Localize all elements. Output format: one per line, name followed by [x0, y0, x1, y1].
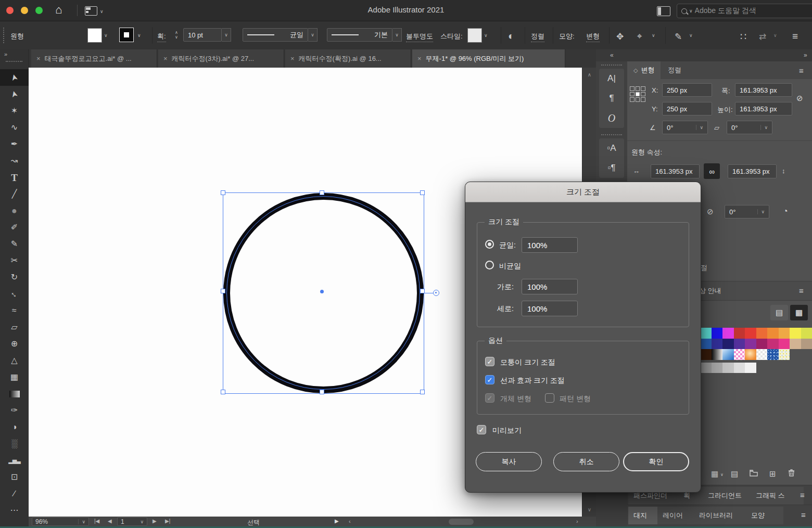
- chevron-down-icon[interactable]: ∨: [104, 33, 108, 38]
- unlink-angle-icon[interactable]: ⊘: [707, 207, 714, 216]
- paragraph-styles-panel-icon[interactable]: ▫¶: [599, 158, 624, 178]
- swatch[interactable]: [767, 339, 779, 350]
- swatch[interactable]: [779, 349, 790, 360]
- column-graph-tool[interactable]: ▂▅▃: [0, 452, 29, 469]
- swatch[interactable]: [722, 349, 734, 360]
- rotate-tool[interactable]: ↻: [0, 269, 29, 286]
- selection-handle-w[interactable]: [221, 289, 225, 293]
- tab-libraries[interactable]: 라이브러리: [694, 507, 753, 524]
- scroll-left-icon[interactable]: ‹: [349, 518, 351, 524]
- unlink-proportions-icon[interactable]: ⊘: [796, 94, 803, 103]
- next-artboard-icon[interactable]: ▶: [153, 518, 157, 524]
- horizontal-scrollbar-thumb[interactable]: [449, 519, 474, 525]
- control-bar-menu-icon[interactable]: ≡: [792, 31, 798, 42]
- panel-menu-icon[interactable]: ≡: [800, 491, 805, 499]
- uniform-label[interactable]: 균일:: [499, 241, 516, 250]
- share-document-icon[interactable]: ⇄: [759, 31, 766, 42]
- scale-corners-checkbox[interactable]: ✓: [485, 357, 494, 366]
- tab-align[interactable]: 정렬: [662, 61, 688, 79]
- grid-view-button[interactable]: ▦: [790, 305, 808, 320]
- swatch[interactable]: [790, 328, 801, 339]
- swatch[interactable]: [745, 363, 756, 374]
- ellipse-width-field[interactable]: 161.3953 px: [651, 164, 700, 178]
- fill-color-swatch[interactable]: [87, 28, 102, 43]
- curvature-tool[interactable]: ↝: [0, 152, 29, 169]
- artboard-number-field[interactable]: 1 ∨: [117, 517, 147, 526]
- selection-handle-sw[interactable]: [221, 390, 225, 394]
- eyedropper-tool[interactable]: ✑: [0, 402, 29, 419]
- scale-strokes-label[interactable]: 선과 효과 크기 조절: [500, 376, 565, 385]
- tab-appearance[interactable]: 모양: [746, 507, 783, 524]
- swatch[interactable]: [712, 328, 723, 339]
- stroke-weight-field[interactable]: 10 pt: [183, 28, 222, 42]
- chevron-down-icon[interactable]: ∨: [140, 519, 144, 524]
- swatch[interactable]: [779, 328, 790, 339]
- align-label[interactable]: 정렬: [531, 32, 544, 42]
- transform-label[interactable]: 변형: [586, 32, 600, 42]
- swatch[interactable]: [801, 328, 812, 339]
- swatch[interactable]: [790, 339, 801, 350]
- more-tools[interactable]: ⋯: [0, 502, 29, 519]
- magic-wand-tool[interactable]: ✶: [0, 102, 29, 119]
- swatch[interactable]: [756, 349, 768, 360]
- uniform-scale-input[interactable]: 100%: [522, 237, 578, 253]
- tab-transform[interactable]: ◇ 변형: [627, 61, 661, 79]
- chevron-down-icon[interactable]: ∨: [689, 8, 693, 14]
- line-segment-tool[interactable]: ╱: [0, 186, 29, 202]
- arrange-documents-icon[interactable]: ∷: [740, 31, 746, 43]
- stroke-weight-dropdown[interactable]: ∨: [222, 28, 231, 42]
- drag-grip[interactable]: [3, 28, 4, 43]
- swatch[interactable]: [734, 339, 745, 350]
- stroke-color-swatch[interactable]: [120, 28, 133, 42]
- document-setup-icon[interactable]: ◐: [508, 30, 514, 42]
- selection-handle-s[interactable]: [320, 390, 324, 394]
- help-search-input[interactable]: ∨ Adobe 도움말 검색: [677, 4, 812, 18]
- free-transform-tool[interactable]: ▱: [0, 319, 29, 336]
- isolate-selection-icon[interactable]: ✥: [616, 31, 624, 42]
- panel-menu-icon[interactable]: ≡: [799, 286, 804, 295]
- swatch[interactable]: [756, 328, 768, 339]
- swatch[interactable]: [745, 328, 756, 339]
- y-value-field[interactable]: 250 px: [662, 102, 712, 115]
- panel-menu-icon[interactable]: ≡: [799, 66, 804, 75]
- ellipse-angle-combo[interactable]: 0°∨: [725, 205, 769, 218]
- hidden-panel-tab-fragment[interactable]: 절: [701, 263, 707, 273]
- new-color-group-icon[interactable]: [750, 469, 758, 478]
- selection-handle-n[interactable]: [320, 190, 324, 195]
- swatch[interactable]: [722, 363, 734, 374]
- collapse-panels-icon[interactable]: «: [610, 51, 614, 59]
- document-tab[interactable]: × 캐릭터수정(확정).ai @ 16...: [285, 49, 411, 68]
- swatch-options-icon[interactable]: ▤: [731, 469, 738, 479]
- shear-angle-combo[interactable]: 0°∨: [727, 121, 772, 134]
- edit-toolbar-icon[interactable]: ✎: [675, 31, 682, 42]
- width-tool[interactable]: ≈: [0, 302, 29, 319]
- stroke-weight-stepper[interactable]: ∧∨: [173, 28, 180, 42]
- swatch[interactable]: [767, 349, 779, 360]
- x-value-field[interactable]: 250 px: [662, 83, 712, 97]
- scale-tool[interactable]: ↔: [0, 286, 29, 302]
- shape-builder-tool[interactable]: ⊕: [0, 336, 29, 352]
- swatch[interactable]: [779, 339, 790, 350]
- expand-panels-icon[interactable]: »: [804, 51, 807, 59]
- selection-handle-se[interactable]: [420, 390, 425, 394]
- scale-strokes-checkbox[interactable]: ✓: [485, 375, 494, 384]
- pen-tool[interactable]: ✒: [0, 136, 29, 152]
- selection-handle-ne[interactable]: [420, 190, 425, 195]
- swatch[interactable]: [700, 339, 712, 350]
- document-tab[interactable]: × 캐릭터수정(3차).ai* @ 27...: [158, 49, 284, 68]
- close-tab-icon[interactable]: ×: [163, 55, 168, 62]
- shaper-tool[interactable]: ✎: [0, 236, 29, 252]
- new-swatch-icon[interactable]: ⊞: [769, 469, 776, 479]
- swatch[interactable]: [700, 328, 712, 339]
- tab-graphic-styles[interactable]: 그래픽 스: [751, 487, 804, 505]
- chevron-down-icon[interactable]: ∨: [773, 33, 777, 38]
- scroll-down-icon[interactable]: ∨: [582, 507, 597, 512]
- scroll-up-icon[interactable]: ∧: [582, 72, 597, 78]
- vertical-scale-input[interactable]: 100%: [522, 301, 578, 316]
- scroll-right-icon[interactable]: ›: [576, 518, 578, 524]
- chevron-down-icon[interactable]: ∨: [652, 33, 655, 38]
- type-tool[interactable]: T: [0, 169, 29, 186]
- style-swatch[interactable]: [467, 28, 482, 43]
- prev-artboard-icon[interactable]: ◀: [108, 518, 112, 524]
- swatch[interactable]: [712, 363, 723, 374]
